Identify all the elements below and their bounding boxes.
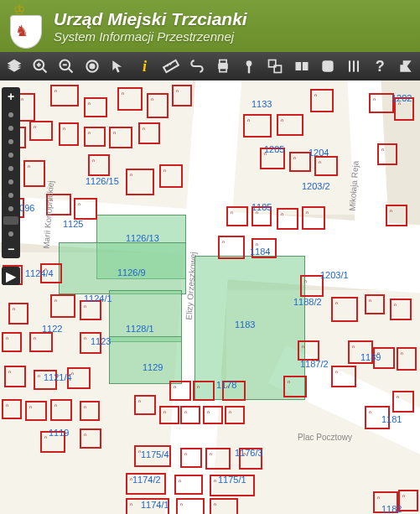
building-outline: ⁿ <box>59 122 79 146</box>
building-outline: ⁿ <box>377 143 397 165</box>
svg-rect-9 <box>163 60 179 72</box>
select-button[interactable] <box>267 57 284 75</box>
zoom-slider-handle[interactable] <box>3 216 18 225</box>
app-subtitle: System Informacji Przestrzennej <box>54 29 247 44</box>
locate-button[interactable] <box>241 57 258 75</box>
parcel-label: 1183 <box>235 319 255 330</box>
measure-line-button[interactable] <box>162 57 179 75</box>
split-button[interactable] <box>293 57 310 75</box>
measure-area-button[interactable] <box>188 57 205 75</box>
parcel-label: 1176/3 <box>235 448 263 458</box>
zoom-slider-track[interactable] <box>2 106 20 240</box>
building-outline: ⁿ <box>159 406 179 424</box>
parcel-label: 1126/13 <box>126 233 159 243</box>
parcel-label: 1125 <box>63 219 83 229</box>
building-outline: ⁿ <box>25 401 47 421</box>
parcel-label: 1205 <box>264 144 284 154</box>
svg-rect-13 <box>220 60 226 64</box>
expand-panel-button[interactable]: ▶ <box>2 267 20 285</box>
zoom-out-map-button[interactable]: − <box>2 240 20 258</box>
building-outline: ⁿ <box>205 448 231 470</box>
parcel-label: 1124/4 <box>25 268 54 278</box>
building-outline: ⁿ <box>180 406 200 424</box>
parcel-label: 1124/1 <box>84 293 112 304</box>
selected-parcel <box>109 336 182 384</box>
parcel-label: 1178 <box>216 380 236 390</box>
svg-rect-14 <box>220 68 226 72</box>
zoom-control: + − <box>2 87 20 258</box>
layers-button[interactable] <box>5 57 23 75</box>
building-outline: ⁿ <box>331 366 356 387</box>
map-canvas[interactable]: ⁿⁿⁿⁿⁿⁿⁿⁿⁿⁿⁿⁿⁿⁿⁿⁿⁿⁿⁿⁿⁿⁿⁿⁿⁿⁿⁿⁿⁿⁿⁿⁿⁿⁿⁿⁿⁿⁿⁿⁿ… <box>0 80 420 514</box>
zoom-in-button[interactable] <box>31 57 49 75</box>
zoom-in-map-button[interactable]: + <box>2 87 20 106</box>
svg-line-5 <box>68 69 72 73</box>
building-outline: ⁿ <box>203 406 223 424</box>
building-outline: ⁿ <box>147 93 169 118</box>
building-outline: ⁿ <box>109 127 132 148</box>
building-outline: ⁿ <box>4 366 26 387</box>
parcel-label: 1126/9 <box>117 267 146 278</box>
parcel-label: 1188/2 <box>293 297 322 307</box>
zoom-out-button[interactable] <box>57 57 75 75</box>
building-outline: ⁿ <box>126 169 154 195</box>
parcel-label: 1189 <box>360 352 381 362</box>
building-outline: ⁿ <box>23 160 45 187</box>
help-button[interactable]: ? <box>371 57 389 75</box>
building-outline: ⁿ <box>2 332 22 352</box>
app-header: ♔ ♞ Urząd Miejski Trzcianki System Infor… <box>0 0 420 52</box>
svg-point-8 <box>91 65 95 69</box>
building-outline: ⁿ <box>84 127 106 147</box>
building-outline: ⁿ <box>277 114 303 136</box>
building-outline: ⁿ <box>50 399 72 421</box>
building-outline: ⁿ <box>84 97 107 117</box>
parcel-label: 1128/1 <box>126 324 154 334</box>
parcel-label: 1121/4 <box>44 372 72 382</box>
main-toolbar: i ? <box>0 52 420 80</box>
building-outline: ⁿ <box>180 448 202 468</box>
building-outline: ⁿ <box>392 391 414 413</box>
parcel-label: 1174/2 <box>132 475 161 485</box>
building-outline: ⁿ <box>283 376 307 397</box>
parcel-label: 1182 <box>381 504 402 514</box>
svg-line-10 <box>167 65 169 66</box>
parcel-label: 1202 <box>391 93 412 103</box>
building-outline: ⁿ <box>397 347 417 371</box>
building-outline: ⁿ <box>117 87 143 111</box>
parcel-label: 1122 <box>42 324 62 334</box>
building-outline: ⁿ <box>74 198 97 220</box>
parcel-label: 1123 <box>91 336 111 346</box>
building-outline: ⁿ <box>226 206 248 226</box>
building-outline: ⁿ <box>169 381 191 401</box>
parcel-label: 1203/2 <box>302 181 330 191</box>
settings-button[interactable] <box>397 57 415 75</box>
building-outline: ⁿ <box>50 85 79 106</box>
building-outline: ⁿ <box>369 93 394 113</box>
parcel-label: 1184 <box>250 247 270 257</box>
parcel-label: 1187/2 <box>300 359 329 369</box>
building-outline: ⁿ <box>365 294 385 314</box>
building-outline: ⁿ <box>210 498 238 514</box>
pan-button[interactable] <box>110 57 127 75</box>
parcel-label: 1203/1 <box>320 270 349 280</box>
building-outline: ⁿ <box>298 340 319 361</box>
polygon-button[interactable] <box>319 57 336 75</box>
print-button[interactable] <box>215 57 232 75</box>
building-outline: ⁿ <box>50 294 75 318</box>
building-outline: ⁿ <box>88 154 110 176</box>
svg-line-1 <box>42 69 46 73</box>
parcel-label: 1133 <box>251 99 272 109</box>
street-label: Plac Pocztowy <box>298 433 352 442</box>
building-outline: ⁿ <box>277 208 298 230</box>
full-extent-button[interactable] <box>84 57 101 75</box>
svg-rect-19 <box>295 62 301 70</box>
city-logo: ♔ ♞ <box>7 5 44 47</box>
grid-button[interactable] <box>345 57 362 75</box>
info-button[interactable]: i <box>136 57 153 75</box>
parcel-label: 1174/1 <box>141 500 169 510</box>
building-outline: ⁿ <box>174 475 203 495</box>
building-outline: ⁿ <box>225 406 245 424</box>
parcel-label: 1119 <box>49 428 69 438</box>
building-outline: ⁿ <box>2 399 22 419</box>
building-outline: ⁿ <box>314 156 338 176</box>
